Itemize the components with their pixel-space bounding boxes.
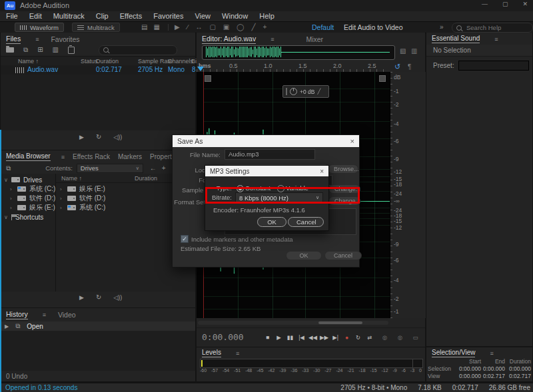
add-shortcut-icon[interactable]: + bbox=[162, 165, 166, 172]
tab-levels[interactable]: Levels bbox=[202, 349, 221, 357]
loop-preview-button[interactable]: ↻ bbox=[96, 134, 101, 140]
stop-button[interactable]: ■ bbox=[262, 333, 273, 342]
files-row-audio-wav[interactable]: Audio.wav 0:02.717 2705 Hz Mono 8 bbox=[1, 65, 195, 75]
history-entry-open[interactable]: ▶ ⧉ Open bbox=[1, 321, 195, 331]
contents-dropdown[interactable]: Drives ∨ bbox=[77, 164, 143, 173]
rewind-button[interactable]: ◀◀ bbox=[307, 333, 318, 342]
move-tool-icon[interactable]: ▶ bbox=[175, 23, 180, 31]
tab-media-browser[interactable]: Media Browser bbox=[6, 152, 51, 161]
scrollbar-thumb[interactable] bbox=[318, 321, 362, 324]
files-col-bi[interactable]: Bi bbox=[191, 58, 197, 65]
expander-icon[interactable]: › bbox=[10, 186, 14, 192]
files-col-status[interactable]: Status bbox=[81, 58, 98, 65]
lasso-selection-tool-icon[interactable]: ◯ bbox=[237, 23, 244, 31]
gain-knob-icon[interactable] bbox=[290, 88, 297, 95]
selection-end[interactable]: 0:00.000 bbox=[481, 365, 505, 372]
workspace-overflow-icon[interactable]: » bbox=[440, 23, 444, 31]
tree-item-drive[interactable]: ›系统 (C:) bbox=[1, 184, 55, 194]
trash-icon[interactable] bbox=[68, 47, 75, 54]
variable-radio-label[interactable]: Variable bbox=[286, 184, 308, 192]
view-duration[interactable]: 0:02.717 bbox=[505, 373, 531, 379]
tab-mixer[interactable]: Mixer bbox=[306, 35, 323, 43]
expander-icon[interactable]: › bbox=[10, 205, 14, 211]
menu-view[interactable]: View bbox=[195, 12, 211, 20]
panel-menu-icon[interactable]: ≡ bbox=[35, 36, 39, 43]
menu-effects[interactable]: Effects bbox=[120, 12, 142, 20]
import-files-icon[interactable]: ⧉ bbox=[23, 47, 28, 53]
files-col-channels[interactable]: Channels bbox=[168, 58, 193, 65]
bitrate-dropdown[interactable]: 8 Kbps (8000 Hz) ∨ bbox=[235, 192, 323, 203]
zoom-out-button[interactable]: ◎ bbox=[394, 333, 406, 342]
save-as-cancel-button[interactable]: Cancel bbox=[324, 251, 362, 260]
amplitude-ruler[interactable]: dB-1-2-4-6-9-12-15-18-24-∞-24-18-15-12-9… bbox=[390, 72, 426, 318]
back-navigation-icon[interactable]: ← bbox=[150, 165, 157, 172]
play-button[interactable]: ▶ bbox=[273, 333, 284, 342]
marker-tool-icon[interactable]: ¶ bbox=[408, 63, 411, 71]
constant-radio-label[interactable]: Constant bbox=[245, 184, 270, 192]
browse-button[interactable]: Browse... bbox=[328, 164, 358, 174]
view-start[interactable]: 0:00.000 bbox=[457, 373, 481, 379]
time-display[interactable]: 0:00.000 bbox=[202, 332, 244, 342]
files-col-name[interactable]: Name ↑ bbox=[18, 58, 39, 65]
zoom-selection-button[interactable]: ▭ bbox=[410, 333, 421, 342]
razor-tool-icon[interactable]: ∕ bbox=[187, 23, 189, 31]
save-as-ok-button[interactable]: OK bbox=[286, 251, 322, 260]
gain-hud[interactable]: +0 dB ╱ bbox=[282, 85, 329, 98]
panel-menu-icon[interactable]: ≡ bbox=[43, 311, 46, 318]
editor-view-icon[interactable]: ▤ bbox=[141, 23, 147, 31]
expander-icon[interactable]: › bbox=[60, 205, 64, 211]
tab-history[interactable]: History bbox=[6, 310, 28, 319]
marquee-selection-tool-icon[interactable]: ▣ bbox=[223, 23, 229, 31]
help-search-input[interactable] bbox=[465, 23, 528, 32]
preview-play-button[interactable]: ▶ bbox=[79, 134, 84, 140]
tab-effects-rack[interactable]: Effects Rack bbox=[73, 153, 110, 160]
slip-tool-icon[interactable]: ↔ bbox=[195, 23, 202, 31]
keyboard-shortcut-icon[interactable]: ▥ bbox=[411, 47, 417, 55]
selection-start[interactable]: 0:00.000 bbox=[457, 365, 481, 372]
expander-icon[interactable]: › bbox=[10, 196, 14, 202]
menu-window[interactable]: Window bbox=[222, 12, 248, 20]
menu-file[interactable]: File bbox=[6, 12, 18, 20]
tab-video[interactable]: Video bbox=[58, 311, 76, 319]
constant-radio[interactable] bbox=[237, 185, 244, 192]
files-search-box[interactable] bbox=[99, 45, 177, 55]
file-name-input[interactable]: Audio.mp3 bbox=[225, 149, 315, 160]
sample-type-change-button[interactable]: Change... bbox=[328, 184, 360, 194]
panel-menu-icon[interactable]: ≡ bbox=[61, 154, 65, 160]
tree-item-shortcuts[interactable]: ∨Shortcuts bbox=[1, 212, 55, 222]
tab-editor[interactable]: Editor: Audio.wav bbox=[202, 35, 256, 44]
auto-play-speaker-icon[interactable]: ◁)) bbox=[113, 294, 122, 301]
record-button[interactable]: ● bbox=[341, 333, 352, 342]
variable-radio[interactable] bbox=[277, 185, 284, 192]
multitrack-view-button[interactable]: Multitrack bbox=[72, 23, 120, 32]
undo-zoom-icon[interactable]: ↺ bbox=[394, 63, 400, 71]
channel-selector-icon[interactable] bbox=[205, 75, 211, 82]
time-selection-tool-icon[interactable]: ▢ bbox=[209, 23, 215, 31]
waveform-view-button[interactable]: Waveform bbox=[15, 23, 64, 32]
close-button[interactable]: ✕ bbox=[522, 1, 528, 7]
preset-dropdown[interactable] bbox=[458, 61, 529, 71]
selection-duration[interactable]: 0:00.000 bbox=[505, 365, 531, 372]
expander-icon[interactable]: › bbox=[60, 186, 64, 192]
expander-icon[interactable]: ∨ bbox=[4, 177, 8, 183]
tab-files[interactable]: Files bbox=[6, 35, 21, 44]
view-end[interactable]: 0:02.717 bbox=[481, 373, 505, 379]
overview-option-icon[interactable]: ▧ bbox=[400, 47, 406, 55]
auto-play-speaker-icon[interactable]: ◁)) bbox=[113, 134, 122, 140]
tree-item-drives[interactable]: ∨Drives bbox=[1, 175, 55, 184]
tree-item-drive[interactable]: ›娱乐 (E:) bbox=[1, 203, 55, 212]
expander-icon[interactable]: ∨ bbox=[4, 214, 8, 220]
help-search-box[interactable] bbox=[452, 23, 533, 33]
timeline-ruler[interactable]: hms 0.51.01.52.02.5 bbox=[197, 61, 390, 73]
preview-play-button[interactable]: ▶ bbox=[79, 294, 84, 301]
playhead-marker[interactable] bbox=[197, 67, 204, 71]
hud-pencil-icon[interactable]: ╱ bbox=[317, 89, 320, 95]
skip-selection-button[interactable]: ⇄ bbox=[364, 333, 375, 342]
paintbrush-tool-icon[interactable]: ╱ bbox=[251, 23, 255, 31]
tab-selection-view[interactable]: Selection/View bbox=[432, 349, 475, 357]
close-icon[interactable]: × bbox=[350, 137, 354, 145]
effects-rack-icon[interactable]: ▥ bbox=[53, 47, 59, 53]
waveform-scrollbar[interactable] bbox=[197, 318, 390, 327]
menu-edit[interactable]: Edit bbox=[29, 12, 42, 20]
include-metadata-checkbox[interactable]: ✓ bbox=[181, 235, 189, 243]
